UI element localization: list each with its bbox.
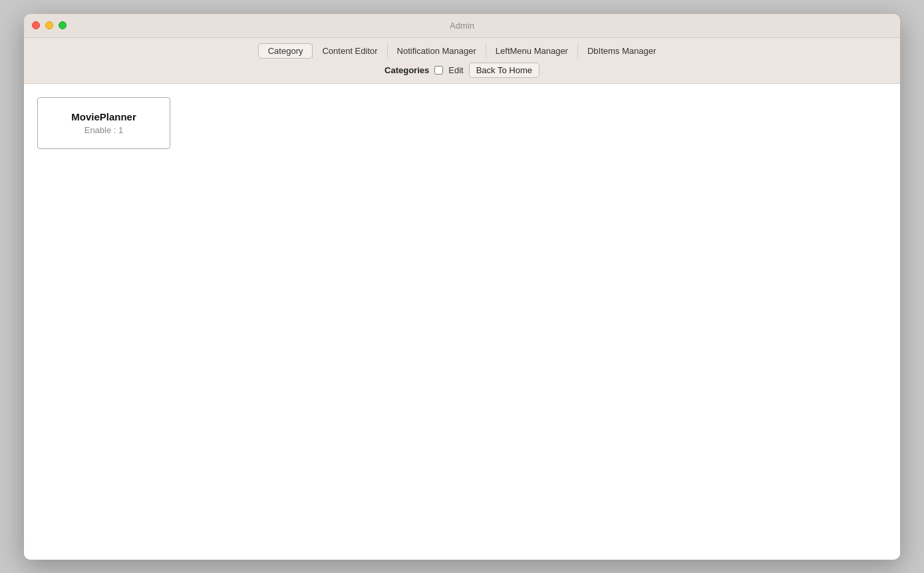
categories-label: Categories: [385, 65, 429, 75]
edit-checkbox[interactable]: [434, 66, 443, 75]
tab-content-editor[interactable]: Content Editor: [312, 43, 387, 59]
tabs-row: Category Content Editor Notification Man…: [258, 43, 667, 59]
minimize-button[interactable]: [45, 21, 53, 29]
titlebar: Admin: [24, 14, 900, 38]
window-controls: [32, 21, 67, 29]
maximize-button[interactable]: [59, 21, 67, 29]
category-name: MoviePlanner: [58, 111, 150, 122]
app-window: Admin Category Content Editor Notificati…: [24, 14, 900, 560]
toolbar: Category Content Editor Notification Man…: [24, 38, 900, 84]
tab-leftmenu-manager[interactable]: LeftMenu Manager: [486, 43, 578, 59]
tab-dbitems-manager[interactable]: DbItems Manager: [577, 43, 666, 59]
tab-category[interactable]: Category: [258, 43, 313, 59]
edit-label: Edit: [448, 65, 463, 75]
back-to-home-button[interactable]: Back To Home: [469, 63, 539, 78]
actions-row: Categories Edit Back To Home: [385, 63, 539, 78]
content-area: MoviePlanner Enable : 1: [24, 84, 900, 560]
tab-notification-manager[interactable]: Notification Manager: [387, 43, 486, 59]
category-card[interactable]: MoviePlanner Enable : 1: [37, 97, 170, 149]
category-status: Enable : 1: [58, 125, 150, 135]
close-button[interactable]: [32, 21, 40, 29]
window-title: Admin: [450, 21, 474, 31]
